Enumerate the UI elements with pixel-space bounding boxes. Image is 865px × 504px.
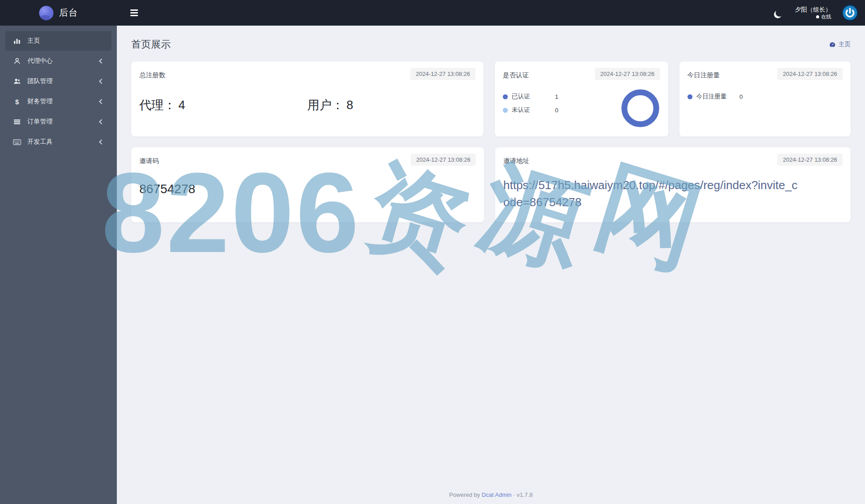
breadcrumb-home: 主页 [838,40,851,49]
sidebar-item-label: 团队管理 [27,77,53,85]
chevron-left-icon [99,58,104,63]
verification-donut-chart [621,89,659,127]
dollar-icon [13,98,22,106]
app-logo-icon [39,6,53,20]
sidebar-item-label: 主页 [27,37,40,45]
brand: 后台 [0,0,117,26]
sidebar-item-finance-management[interactable]: 财务管理 [5,92,111,111]
sidebar-item-label: 订单管理 [27,118,53,126]
main-content: 首页展示 主页 总注册数 2024-12-27 13:08:26 代理：4 用户… [117,26,865,504]
legend-row-today: 今日注册量 0 [688,93,843,101]
keyboard-icon [13,139,22,145]
legend-dot-icon [503,94,508,99]
card-today-registrations: 今日注册量 2024-12-27 13:08:26 今日注册量 0 [679,62,851,137]
sidebar-item-label: 财务管理 [27,97,53,106]
timestamp-badge: 2024-12-27 13:08:26 [595,68,660,80]
chevron-left-icon [99,99,104,104]
brand-title: 后台 [59,7,78,19]
chevron-left-icon [99,139,104,144]
page-title: 首页展示 [131,38,171,51]
sidebar-item-home[interactable]: 主页 [5,31,111,51]
user-icon [13,57,22,65]
card-title: 邀请地址 [503,154,529,165]
sidebar: 主页 代理中心 团队管理 财务管理 订单管理 开发工具 [0,26,117,504]
timestamp-badge: 2024-12-27 13:08:26 [777,154,843,166]
timestamp-badge: 2024-12-27 13:08:26 [410,68,475,80]
chevron-left-icon [99,79,104,84]
list-icon [13,118,22,125]
dashboard-gauge-icon [829,41,836,48]
version-label: v1.7.8 [517,491,532,498]
stat-users: 用户：8 [307,97,475,113]
sidebar-item-dev-tools[interactable]: 开发工具 [5,132,111,152]
card-invite-code: 邀请码 2024-12-27 13:08:26 86754278 [131,147,484,222]
user-menu[interactable]: 夕阳（组长） 在线 [795,6,831,20]
card-total-registrations: 总注册数 2024-12-27 13:08:26 代理：4 用户：8 [131,62,484,137]
online-dot-icon [816,15,819,18]
card-title: 是否认证 [503,68,529,80]
timestamp-badge: 2024-12-27 13:08:26 [777,68,843,80]
top-navbar: 后台 夕阳（组长） 在线 [0,0,865,26]
chart-bar-icon [13,37,22,44]
invite-url-value: https://517h5.haiwaiym20.top/#/pages/reg… [503,177,800,211]
card-verification: 是否认证 2024-12-27 13:08:26 已认证 1 未认证 0 [495,62,668,137]
sidebar-item-agent-center[interactable]: 代理中心 [5,51,111,71]
user-name: 夕阳（组长） [795,6,831,13]
sidebar-item-order-management[interactable]: 订单管理 [5,112,111,132]
card-title: 今日注册量 [688,68,720,80]
dark-mode-toggle-icon[interactable] [775,9,784,17]
card-title: 总注册数 [139,68,165,80]
sidebar-item-label: 代理中心 [27,57,53,65]
sidebar-item-label: 开发工具 [27,138,53,146]
footer: Powered by Dcat Admin · v1.7.8 [117,491,865,498]
chevron-left-icon [99,119,104,124]
card-invite-url: 邀请地址 2024-12-27 13:08:26 https://517h5.h… [495,147,851,222]
card-title: 邀请码 [139,154,159,165]
logout-power-avatar[interactable] [841,4,859,22]
sidebar-item-team-management[interactable]: 团队管理 [5,71,111,91]
legend-dot-icon [503,108,508,113]
invite-code-value: 86754278 [139,182,476,196]
breadcrumb[interactable]: 主页 [829,40,851,49]
users-icon [13,78,22,85]
timestamp-badge: 2024-12-27 13:08:26 [411,154,476,166]
user-status: 在线 [795,13,831,20]
dcat-admin-link[interactable]: Dcat Admin [482,491,511,498]
sidebar-toggle-button[interactable] [128,7,141,19]
stat-agents: 代理：4 [139,97,307,113]
legend-dot-icon [688,94,692,99]
